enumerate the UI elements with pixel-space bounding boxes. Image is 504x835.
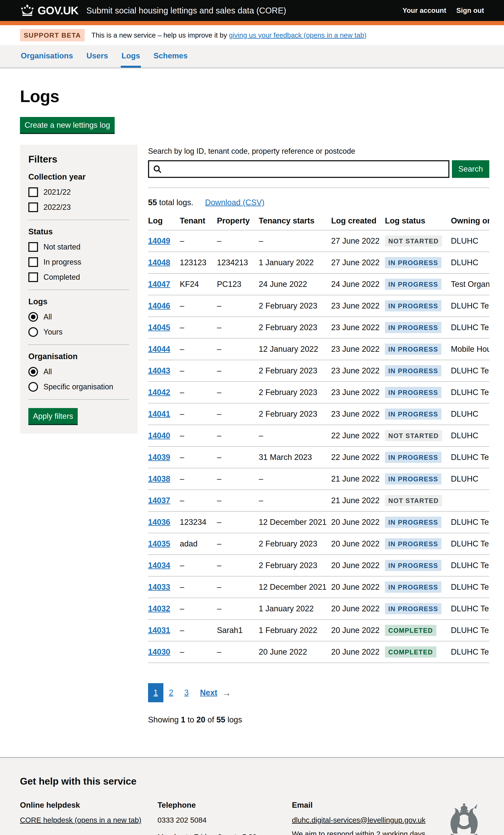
checkbox-not-started-icon[interactable] — [28, 242, 38, 252]
log-link-14034[interactable]: 14034 — [148, 561, 170, 570]
cell-tenant: – — [180, 576, 217, 598]
apply-filters-button[interactable]: Apply filters — [28, 408, 78, 424]
search-input[interactable] — [162, 161, 448, 177]
search-button[interactable]: Search — [452, 160, 489, 178]
status-badge: COMPLETED — [385, 625, 436, 636]
crown-icon — [20, 4, 35, 17]
phase-banner: SUPPORT BETA This is a new service – hel… — [0, 25, 504, 45]
log-link-14046[interactable]: 14046 — [148, 301, 170, 310]
log-link-14039[interactable]: 14039 — [148, 453, 170, 462]
cell-owning-org: DLUHC Tes — [451, 382, 489, 403]
cell-tenant: – — [180, 360, 217, 382]
log-link-14047[interactable]: 14047 — [148, 280, 170, 288]
cell-log-created: 20 June 2022 — [331, 576, 385, 598]
radio-all-icon[interactable] — [28, 367, 38, 376]
status-badge: IN PROGRESS — [385, 582, 441, 593]
cell-log-id: 14037 — [148, 490, 180, 511]
filter-option-organisation-specific-organisation[interactable]: Specific organisation — [28, 382, 129, 392]
cell-log-status: NOT STARTED — [385, 425, 451, 447]
pagination-page-1[interactable]: 1 — [148, 683, 163, 702]
cell-tenancy-starts: 2 February 2023 — [259, 360, 331, 382]
filter-option-label: Completed — [43, 273, 80, 282]
email-link[interactable]: dluhc.digital-services@levellingup.gov.u… — [292, 816, 425, 824]
filter-divider — [28, 220, 129, 220]
log-link-14048[interactable]: 14048 — [148, 258, 170, 267]
download-csv-link[interactable]: Download (CSV) — [205, 198, 265, 207]
log-link-14045[interactable]: 14045 — [148, 323, 170, 332]
cell-log-id: 14032 — [148, 598, 180, 619]
checkbox-2021-22-icon[interactable] — [28, 187, 38, 197]
tab-schemes[interactable]: Schemes — [153, 45, 188, 68]
filter-option-collection-year-2021-22[interactable]: 2021/22 — [28, 187, 129, 197]
service-name-link[interactable]: Submit social housing lettings and sales… — [86, 6, 402, 15]
log-link-14032[interactable]: 14032 — [148, 604, 170, 613]
table-row: 14041––2 February 202323 June 2022IN PRO… — [148, 403, 489, 425]
radio-specific-organisation-icon[interactable] — [28, 382, 38, 392]
cell-log-created: 20 June 2022 — [331, 555, 385, 576]
filter-option-logs-all[interactable]: All — [28, 312, 129, 322]
filter-group-logs: LogsAllYours — [28, 297, 129, 337]
cell-tenant: – — [180, 555, 217, 576]
your-account-link[interactable]: Your account — [403, 6, 446, 15]
cell-tenancy-starts: 2 February 2023 — [259, 533, 331, 555]
checkbox-2022-23-icon[interactable] — [28, 202, 38, 212]
checkbox-in-progress-icon[interactable] — [28, 257, 38, 267]
cell-log-status: IN PROGRESS — [385, 317, 451, 338]
log-link-14035[interactable]: 14035 — [148, 539, 170, 548]
log-link-14037[interactable]: 14037 — [148, 496, 170, 505]
table-row: 14034––2 February 202320 June 2022IN PRO… — [148, 555, 489, 576]
cell-tenancy-starts: 24 June 2022 — [259, 273, 331, 295]
radio-all-icon[interactable] — [28, 312, 38, 322]
feedback-link[interactable]: giving us your feedback (opens in a new … — [229, 31, 366, 39]
log-link-14031[interactable]: 14031 — [148, 626, 170, 635]
govuk-logo-link[interactable]: GOV.UK — [20, 4, 78, 17]
pagination-page-2[interactable]: 2 — [163, 683, 179, 702]
log-link-14036[interactable]: 14036 — [148, 518, 170, 527]
filter-option-status-completed[interactable]: Completed — [28, 272, 129, 282]
pagination-page-3[interactable]: 3 — [179, 683, 194, 702]
telephone-heading: Telephone — [158, 801, 292, 810]
core-helpdesk-link[interactable]: CORE helpdesk (opens in a new tab) — [20, 816, 141, 824]
cell-property: – — [217, 533, 259, 555]
cell-property: – — [217, 490, 259, 511]
cell-log-id: 14043 — [148, 360, 180, 382]
radio-yours-icon[interactable] — [28, 327, 38, 337]
cell-log-id: 14047 — [148, 273, 180, 295]
tab-users[interactable]: Users — [86, 45, 109, 68]
log-link-14033[interactable]: 14033 — [148, 583, 170, 591]
pagination-next-link[interactable]: Next — [200, 688, 217, 697]
cell-owning-org: DLUHC Tes — [451, 360, 489, 382]
cell-log-created: 23 June 2022 — [331, 295, 385, 317]
log-link-14041[interactable]: 14041 — [148, 409, 170, 418]
main-content: Logs Create a new lettings log Filters C… — [0, 68, 504, 741]
status-badge: NOT STARTED — [385, 236, 442, 247]
log-link-14049[interactable]: 14049 — [148, 237, 170, 245]
log-link-14038[interactable]: 14038 — [148, 474, 170, 483]
cell-owning-org: DLUHC Tes — [451, 555, 489, 576]
cell-owning-org: DLUHC Tes — [451, 317, 489, 338]
column-header-log-status: Log status — [385, 216, 451, 230]
log-link-14044[interactable]: 14044 — [148, 345, 170, 353]
tab-organisations[interactable]: Organisations — [20, 45, 74, 68]
filter-legend-organisation: Organisation — [28, 352, 129, 361]
log-link-14042[interactable]: 14042 — [148, 388, 170, 397]
create-lettings-log-button[interactable]: Create a new lettings log — [20, 117, 115, 133]
filter-option-status-in-progress[interactable]: In progress — [28, 257, 129, 267]
log-link-14030[interactable]: 14030 — [148, 648, 170, 656]
checkbox-completed-icon[interactable] — [28, 272, 38, 282]
sign-out-link[interactable]: Sign out — [456, 6, 484, 15]
filter-option-label: All — [43, 312, 52, 321]
cell-log-status: IN PROGRESS — [385, 360, 451, 382]
log-link-14043[interactable]: 14043 — [148, 366, 170, 375]
filter-option-status-not-started[interactable]: Not started — [28, 242, 129, 252]
filter-option-logs-yours[interactable]: Yours — [28, 327, 129, 337]
tab-logs[interactable]: Logs — [121, 45, 141, 68]
filter-group-collection-year: Collection year2021/222022/23 — [28, 172, 129, 212]
log-link-14040[interactable]: 14040 — [148, 431, 170, 440]
cell-tenancy-starts: 2 February 2023 — [259, 555, 331, 576]
filter-option-organisation-all[interactable]: All — [28, 367, 129, 376]
cell-tenancy-starts: 31 March 2023 — [259, 447, 331, 468]
filter-option-collection-year-2022-23[interactable]: 2022/23 — [28, 202, 129, 212]
table-row: 14035adad–2 February 202320 June 2022IN … — [148, 533, 489, 555]
cell-owning-org — [451, 490, 489, 511]
